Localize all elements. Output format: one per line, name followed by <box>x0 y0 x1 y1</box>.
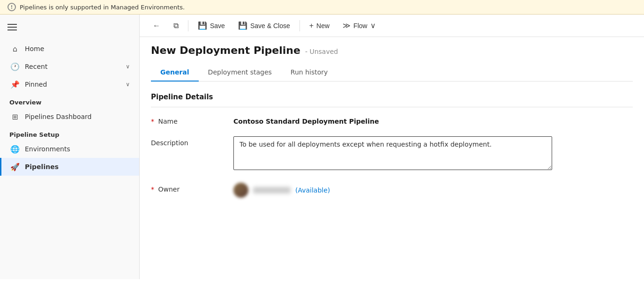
page-subtitle: - Unsaved <box>305 48 338 55</box>
pipelines-icon: 🚀 <box>11 163 19 171</box>
pipeline-setup-section-header: Pipeline Setup <box>0 126 139 140</box>
save-close-button[interactable]: 💾 Save & Close <box>232 18 296 33</box>
managed-environments-banner: ! Pipelines is only supported in Managed… <box>0 0 644 15</box>
home-icon: ⌂ <box>11 45 19 53</box>
sidebar-item-pinned[interactable]: 📌 Pinned ∨ <box>0 75 139 93</box>
page-title: New Deployment Pipeline <box>151 45 300 56</box>
sidebar-navigation: ⌂ Home 🕐 Recent ∨ 📌 Pinned ∨ Overview ⊞ … <box>0 36 139 179</box>
main-content: ← ⧉ 💾 Save 💾 Save & Close + New ≫ Flow <box>140 15 644 279</box>
new-icon: + <box>309 22 314 30</box>
save-label: Save <box>210 22 225 30</box>
description-field-row: Description To be used for all deploymen… <box>151 136 633 171</box>
new-button[interactable]: + New <box>304 19 335 33</box>
sidebar-item-home[interactable]: ⌂ Home <box>0 40 139 58</box>
tab-deployment-stages[interactable]: Deployment stages <box>199 64 281 82</box>
back-icon: ← <box>153 22 160 30</box>
sidebar-item-recent-label: Recent <box>25 63 47 70</box>
sidebar: ⌂ Home 🕐 Recent ∨ 📌 Pinned ∨ Overview ⊞ … <box>0 15 140 279</box>
flow-dropdown-icon: ∨ <box>370 21 376 30</box>
save-close-label: Save & Close <box>250 22 290 30</box>
sidebar-item-environments[interactable]: 🌐 Environments <box>0 140 139 158</box>
sidebar-item-environments-label: Environments <box>25 145 70 153</box>
owner-status: (Available) <box>295 186 330 194</box>
owner-required-asterisk: * <box>151 186 154 193</box>
pipeline-details-title: Pipeline Details <box>151 93 633 107</box>
sidebar-item-pipelines[interactable]: 🚀 Pipelines <box>0 158 139 176</box>
save-icon: 💾 <box>198 21 207 30</box>
recent-expand-icon: ∨ <box>126 63 130 70</box>
name-required-asterisk: * <box>151 118 154 125</box>
owner-avatar <box>233 183 248 198</box>
toolbar: ← ⧉ 💾 Save 💾 Save & Close + New ≫ Flow <box>140 15 644 37</box>
description-textarea-wrapper: To be used for all deployments except wh… <box>233 136 552 171</box>
description-textarea[interactable]: To be used for all deployments except wh… <box>233 136 552 170</box>
sidebar-item-pipelines-label: Pipelines <box>25 163 59 171</box>
toolbar-divider-1 <box>188 20 188 31</box>
tab-general[interactable]: General <box>151 64 199 82</box>
flow-label: Flow <box>353 22 367 30</box>
dashboard-icon: ⊞ <box>11 112 19 121</box>
sidebar-item-pipelines-dashboard[interactable]: ⊞ Pipelines Dashboard <box>0 108 139 126</box>
banner-message: Pipelines is only supported in Managed E… <box>20 4 185 11</box>
hamburger-menu-button[interactable] <box>0 18 139 36</box>
sidebar-item-pinned-label: Pinned <box>25 81 47 88</box>
flow-icon: ≫ <box>343 21 351 30</box>
warning-icon: ! <box>7 3 16 11</box>
save-button[interactable]: 💾 Save <box>192 18 231 33</box>
name-value: Contoso Standard Deployment Pipeline <box>233 115 379 125</box>
name-label: * Name <box>151 115 226 125</box>
popup-icon: ⧉ <box>173 22 179 30</box>
pinned-expand-icon: ∨ <box>126 81 130 88</box>
save-close-icon: 💾 <box>238 21 247 30</box>
owner-label: * Owner <box>151 183 226 193</box>
recent-icon: 🕐 <box>11 62 19 71</box>
content-area: Pipeline Details * Name Contoso Standard… <box>140 82 644 279</box>
tabs: General Deployment stages Run history <box>151 64 633 82</box>
environments-icon: 🌐 <box>11 145 19 153</box>
overview-section-header: Overview <box>0 93 139 108</box>
new-label: New <box>316 22 329 30</box>
pinned-icon: 📌 <box>11 80 19 89</box>
owner-name-blurred <box>253 187 291 193</box>
description-label: Description <box>151 136 226 147</box>
owner-value-row: (Available) <box>233 183 330 198</box>
page-header: New Deployment Pipeline - Unsaved Genera… <box>140 37 644 82</box>
back-button[interactable]: ← <box>147 19 166 33</box>
page-title-row: New Deployment Pipeline - Unsaved <box>151 45 633 56</box>
sidebar-item-recent[interactable]: 🕐 Recent ∨ <box>0 58 139 75</box>
sidebar-item-home-label: Home <box>25 45 44 52</box>
flow-button[interactable]: ≫ Flow ∨ <box>337 18 382 33</box>
sidebar-item-pipelines-dashboard-label: Pipelines Dashboard <box>25 113 92 120</box>
name-field-row: * Name Contoso Standard Deployment Pipel… <box>151 115 633 125</box>
popup-button[interactable]: ⧉ <box>168 19 184 33</box>
tab-run-history[interactable]: Run history <box>281 64 337 82</box>
toolbar-divider-2 <box>300 20 300 31</box>
owner-field-row: * Owner (Available) <box>151 183 633 198</box>
